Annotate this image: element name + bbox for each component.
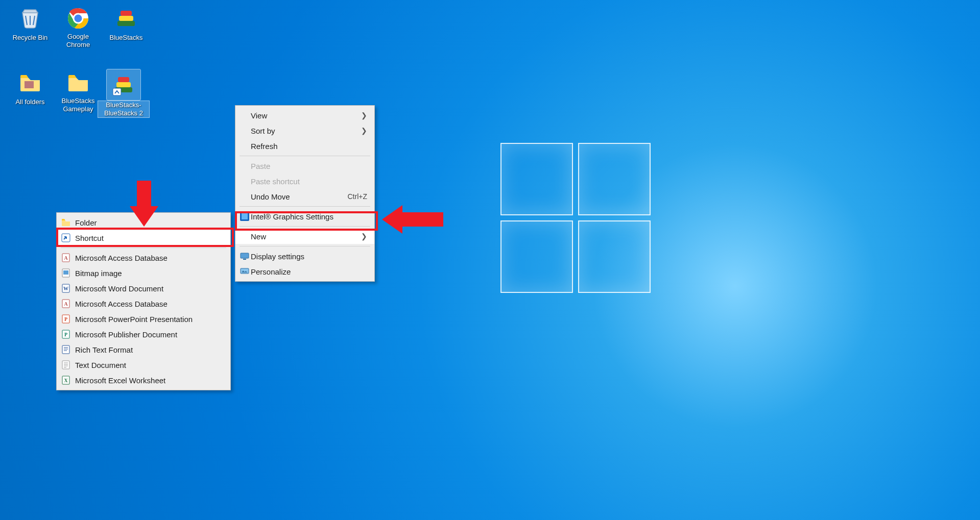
svg-rect-13 [241, 253, 249, 258]
svg-rect-8 [116, 82, 131, 87]
access-db-icon: A [61, 253, 71, 263]
submenu-excel[interactable]: X Microsoft Excel Worksheet [57, 373, 230, 388]
svg-rect-29 [62, 345, 69, 354]
desktop-icon-recycle-bin[interactable]: Recycle Bin [6, 5, 54, 42]
menu-label: Microsoft Access Database [75, 254, 168, 262]
bluestacks-icon [107, 69, 140, 100]
menu-label: New [251, 232, 266, 241]
bitmap-icon [61, 268, 71, 278]
desktop-context-menu: View ❯ Sort by ❯ Refresh Paste Paste sho… [235, 105, 375, 282]
menu-new[interactable]: New ❯ [235, 229, 374, 244]
rtf-icon [61, 344, 71, 355]
menu-label: Sort by [251, 127, 275, 135]
submenu-powerpoint[interactable]: P Microsoft PowerPoint Presentation [57, 311, 230, 327]
svg-text:A: A [64, 301, 68, 307]
menu-shortcut: Ctrl+Z [348, 192, 368, 201]
desktop-icon-google-chrome[interactable]: Google Chrome [54, 5, 102, 49]
submenu-bitmap[interactable]: Bitmap image [57, 265, 230, 281]
submenu-publisher[interactable]: P Microsoft Publisher Document [57, 327, 230, 342]
submenu-access-db[interactable]: A Microsoft Access Database [57, 250, 230, 265]
personalize-icon [240, 266, 250, 277]
svg-text:P: P [64, 332, 67, 337]
menu-refresh[interactable]: Refresh [235, 138, 374, 154]
menu-label: Microsoft Access Database [75, 300, 168, 308]
svg-rect-30 [62, 361, 69, 369]
menu-personalize[interactable]: Personalize [235, 264, 374, 279]
svg-rect-6 [25, 81, 34, 88]
menu-label: Bitmap image [75, 269, 122, 278]
desktop-icon-label: All folders [14, 98, 45, 106]
access-db-icon: A [61, 299, 71, 309]
menu-label: Undo Move [251, 192, 290, 201]
svg-rect-5 [121, 11, 132, 16]
menu-intel-graphics[interactable]: Intel® Graphics Settings [235, 209, 374, 224]
menu-undo-move[interactable]: Undo Move Ctrl+Z [235, 189, 374, 204]
menu-separator [240, 246, 370, 246]
menu-label: Shortcut [75, 234, 104, 242]
desktop-icon-label: BlueStacks-BlueStacks 2 [98, 101, 149, 117]
menu-label: Rich Text Format [75, 345, 133, 354]
folder-icon [15, 69, 45, 96]
submenu-shortcut[interactable]: Shortcut [57, 230, 230, 245]
new-submenu: Folder Shortcut A Microsoft Access Datab… [56, 212, 231, 390]
publisher-icon: P [61, 329, 71, 339]
recycle-bin-icon [15, 5, 45, 32]
svg-rect-9 [118, 77, 129, 82]
submenu-folder[interactable]: Folder [57, 215, 230, 230]
menu-sort-by[interactable]: Sort by ❯ [235, 123, 374, 138]
menu-label: Intel® Graphics Settings [251, 212, 333, 221]
chevron-right-icon: ❯ [361, 127, 367, 135]
menu-label: Paste [251, 162, 270, 170]
chevron-right-icon: ❯ [361, 111, 367, 119]
word-icon: W [61, 283, 71, 293]
menu-separator [240, 226, 370, 227]
powerpoint-icon: P [61, 314, 71, 324]
menu-separator [240, 206, 370, 207]
menu-label: Microsoft Word Document [75, 284, 163, 293]
desktop-icon-label: Recycle Bin [12, 34, 49, 42]
menu-separator [61, 247, 226, 248]
svg-text:W: W [63, 286, 68, 291]
chrome-icon [63, 5, 93, 32]
svg-rect-12 [242, 213, 248, 219]
svg-rect-14 [243, 259, 246, 260]
menu-label: Microsoft Publisher Document [75, 330, 177, 339]
desktop-icon-bluestacks-gameplay[interactable]: BlueStacks Gameplay [54, 69, 102, 113]
display-settings-icon [240, 251, 250, 261]
desktop-icon-label: BlueStacks [108, 34, 144, 42]
menu-view[interactable]: View ❯ [235, 108, 374, 123]
submenu-text[interactable]: Text Document [57, 357, 230, 373]
menu-display-settings[interactable]: Display settings [235, 249, 374, 264]
svg-rect-3 [117, 21, 135, 26]
menu-paste-shortcut: Paste shortcut [235, 174, 374, 189]
desktop-icon-bluestacks[interactable]: BlueStacks [102, 5, 150, 42]
menu-label: Text Document [75, 361, 126, 369]
svg-rect-4 [119, 16, 133, 21]
folder-icon [63, 69, 93, 96]
excel-icon: X [61, 375, 71, 385]
svg-rect-20 [63, 270, 68, 275]
shortcut-icon [61, 233, 71, 243]
desktop-icon-label: Google Chrome [54, 33, 102, 49]
svg-text:A: A [64, 255, 68, 261]
desktop-icon-label: BlueStacks Gameplay [54, 97, 102, 113]
submenu-rtf[interactable]: Rich Text Format [57, 342, 230, 357]
menu-label: View [251, 111, 267, 120]
svg-text:X: X [64, 378, 68, 383]
svg-rect-10 [113, 88, 121, 95]
menu-label: Paste shortcut [251, 177, 300, 186]
text-doc-icon [61, 360, 71, 370]
svg-text:P: P [64, 316, 67, 322]
menu-label: Folder [75, 218, 97, 227]
desktop-icon-all-folders[interactable]: All folders [6, 69, 54, 106]
menu-label: Microsoft Excel Worksheet [75, 376, 165, 385]
svg-rect-15 [241, 268, 249, 274]
submenu-word[interactable]: W Microsoft Word Document [57, 281, 230, 296]
menu-paste: Paste [235, 158, 374, 174]
submenu-access-db-2[interactable]: A Microsoft Access Database [57, 296, 230, 311]
desktop-icon-bluestacks-2[interactable]: BlueStacks-BlueStacks 2 [98, 69, 149, 117]
intel-graphics-icon [240, 211, 250, 221]
menu-label: Display settings [251, 252, 304, 261]
menu-label: Refresh [251, 142, 278, 151]
menu-label: Personalize [251, 267, 291, 276]
